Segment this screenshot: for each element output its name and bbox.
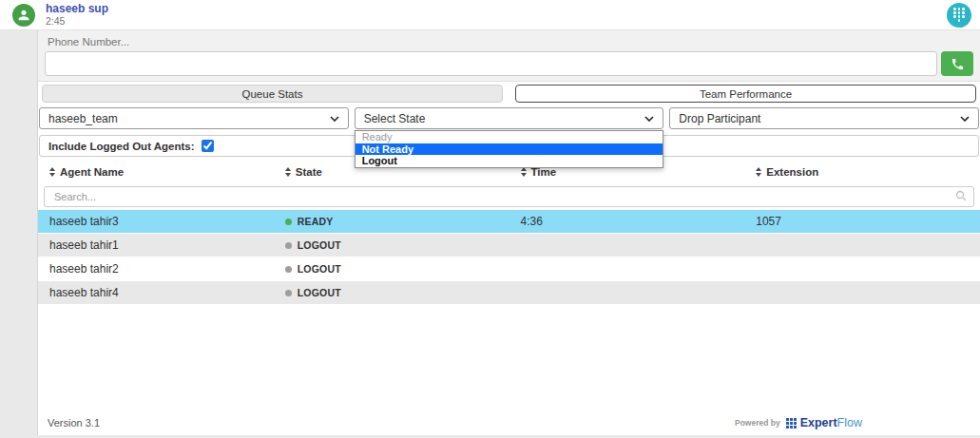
top-bar: haseeb sup 2:45 xyxy=(0,0,980,30)
tab-queue-stats[interactable]: Queue Stats xyxy=(42,85,503,103)
table-row-agent[interactable]: haseeb tahir2 LOGOUT xyxy=(38,257,980,280)
agent-state-cell: READY xyxy=(274,216,509,227)
footer: Version 3.1 Powered by ExpertFlow xyxy=(38,410,980,435)
user-name: haseeb sup xyxy=(46,3,108,16)
state-option-ready[interactable]: Ready xyxy=(355,131,663,143)
agent-name-cell: haseeb tahir3 xyxy=(38,215,274,228)
agent-name-cell: haseeb tahir2 xyxy=(38,262,274,276)
logout-status-dot-icon xyxy=(285,242,292,249)
dialpad-button[interactable] xyxy=(947,3,971,28)
search-icon xyxy=(955,190,967,201)
agent-name-cell: haseeb tahir4 xyxy=(38,286,274,299)
logout-status-dot-icon xyxy=(285,290,292,296)
column-header-extension[interactable]: Extension xyxy=(744,166,980,178)
agent-name-cell: haseeb tahir1 xyxy=(38,238,274,252)
state-option-logout[interactable]: Logout xyxy=(355,155,663,167)
agent-extension-cell: 1057 xyxy=(744,215,980,228)
chevron-down-icon xyxy=(330,116,339,122)
phone-icon xyxy=(951,57,965,71)
table-row-agent[interactable]: haseeb tahir4 LOGOUT xyxy=(38,281,980,304)
search-input[interactable] xyxy=(44,186,974,207)
table-row-agent[interactable]: haseeb tahir3 READY 4:36 1057 xyxy=(38,210,980,233)
call-button[interactable] xyxy=(941,51,973,76)
drop-participant-select[interactable]: Drop Participant xyxy=(669,107,979,129)
state-option-not-ready[interactable]: Not Ready xyxy=(355,143,663,156)
dialpad-icon xyxy=(953,8,965,10)
agent-state-cell: LOGOUT xyxy=(274,287,509,298)
state-select-dropdown: Ready Not Ready Logout xyxy=(355,130,664,168)
empty-table-area xyxy=(38,305,980,410)
phone-section: Phone Number... xyxy=(38,30,980,82)
team-select-value: haseeb_team xyxy=(48,112,118,125)
chevron-down-icon xyxy=(960,116,970,122)
sort-icon xyxy=(756,167,761,177)
phone-number-input[interactable] xyxy=(45,51,937,76)
table-search-row xyxy=(38,184,980,210)
logout-status-dot-icon xyxy=(285,266,292,273)
state-select-value: Select State xyxy=(364,112,426,125)
column-header-agent-name[interactable]: Agent Name xyxy=(38,166,274,178)
view-tabs: Queue Stats Team Performance xyxy=(38,82,980,105)
table-row-agent[interactable]: haseeb tahir1 LOGOUT xyxy=(38,234,980,257)
tab-team-performance[interactable]: Team Performance xyxy=(515,85,976,103)
user-avatar-icon xyxy=(12,4,35,27)
session-timer: 2:45 xyxy=(46,15,108,27)
content-panel: Phone Number... Queue Stats Team Perform… xyxy=(38,30,980,435)
ready-status-dot-icon xyxy=(285,219,292,225)
main-area: Phone Number... Queue Stats Team Perform… xyxy=(0,30,980,435)
left-margin-strip xyxy=(0,30,38,435)
expertflow-logo-icon xyxy=(786,418,797,428)
powered-by-label: Powered by xyxy=(735,418,780,428)
include-logged-out-checkbox[interactable] xyxy=(202,140,214,152)
brand-name-secondary: Flow xyxy=(837,416,862,429)
brand-name-primary: Expert xyxy=(800,416,837,429)
agent-time-cell: 4:36 xyxy=(509,215,745,228)
team-select[interactable]: haseeb_team xyxy=(39,107,349,129)
state-select[interactable]: Select State xyxy=(355,107,664,129)
user-info: haseeb sup 2:45 xyxy=(46,3,108,28)
powered-by-brand: Powered by ExpertFlow xyxy=(735,416,862,429)
version-label: Version 3.1 xyxy=(48,417,100,428)
phone-number-label: Phone Number... xyxy=(45,35,973,51)
filters-row: haseeb_team Select State Ready Not Ready… xyxy=(38,105,980,131)
include-logged-out-label: Include Logged Out Agents: xyxy=(48,141,195,152)
sort-icon xyxy=(49,167,55,177)
agent-state-cell: LOGOUT xyxy=(274,239,509,251)
sort-icon xyxy=(521,167,527,177)
sort-icon xyxy=(285,167,291,177)
drop-participant-select-value: Drop Participant xyxy=(679,112,760,125)
chevron-down-icon xyxy=(644,116,654,122)
agent-state-cell: LOGOUT xyxy=(274,263,509,275)
